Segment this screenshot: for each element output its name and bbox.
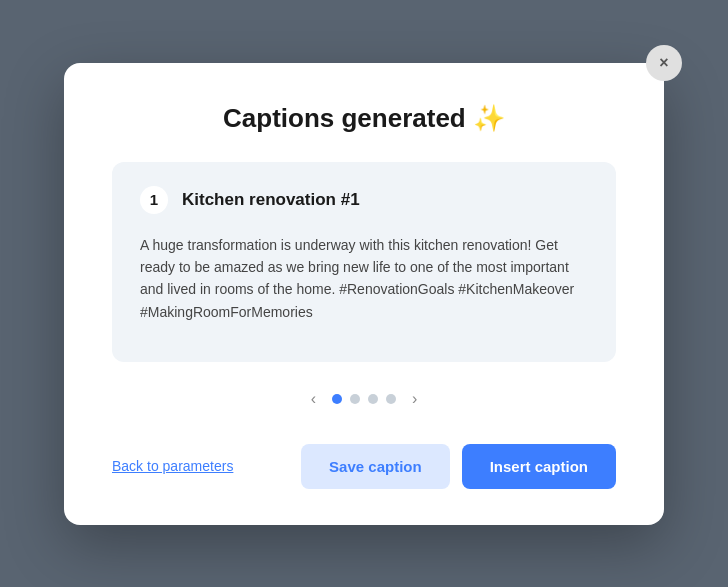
save-caption-button[interactable]: Save caption — [301, 444, 450, 489]
close-button[interactable]: × — [646, 45, 682, 81]
insert-caption-button[interactable]: Insert caption — [462, 444, 616, 489]
pagination-next[interactable]: › — [404, 386, 425, 412]
caption-header: 1 Kitchen renovation #1 — [140, 186, 588, 214]
pagination-dot-4[interactable] — [386, 394, 396, 404]
pagination-dot-3[interactable] — [368, 394, 378, 404]
modal-footer: Back to parameters Save caption Insert c… — [112, 444, 616, 489]
caption-card: 1 Kitchen renovation #1 A huge transform… — [112, 162, 616, 362]
caption-title: Kitchen renovation #1 — [182, 190, 360, 210]
pagination-dot-2[interactable] — [350, 394, 360, 404]
caption-body: A huge transformation is underway with t… — [140, 234, 588, 324]
pagination-prev[interactable]: ‹ — [303, 386, 324, 412]
back-to-parameters-link[interactable]: Back to parameters — [112, 458, 233, 474]
modal-title: Captions generated ✨ — [112, 103, 616, 134]
footer-buttons: Save caption Insert caption — [301, 444, 616, 489]
caption-number: 1 — [140, 186, 168, 214]
pagination-dot-1[interactable] — [332, 394, 342, 404]
modal-dialog: × Captions generated ✨ 1 Kitchen renovat… — [64, 63, 664, 525]
pagination: ‹ › — [112, 386, 616, 412]
